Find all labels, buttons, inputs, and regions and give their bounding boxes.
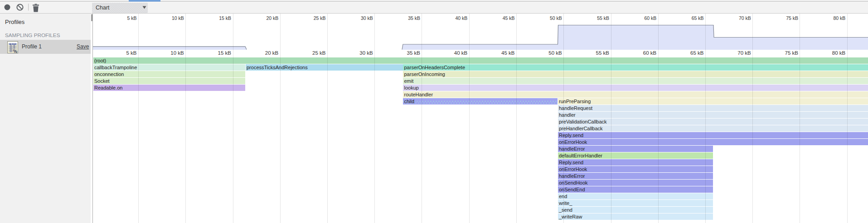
svg-text:%: % [13,49,17,54]
